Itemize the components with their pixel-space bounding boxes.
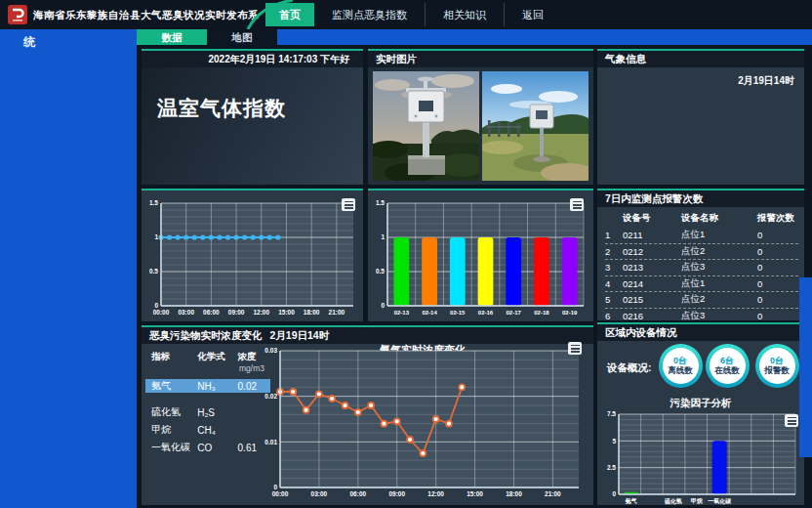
station-photo-dusk [373,71,479,181]
pollutant-row[interactable]: 硫化氢H₂S [145,405,270,419]
sidebar: 统 [0,29,137,508]
greeting-panel: 2022年2月19日 14:17:03 下午好 温室气体指数 [142,49,363,185]
svg-text:0.01: 0.01 [264,439,277,445]
col-device-name: 设备名称 [681,212,757,225]
alarm-table-rows: 10211点位1020212点位2030213点位3040214点位105021… [605,228,798,324]
pollutant-row[interactable]: 甲烷CH₄ [145,423,270,437]
tab-map[interactable]: 地图 [207,29,277,45]
stat-label: 报警数 [764,366,790,376]
nav-item-home[interactable]: 首页 [265,3,314,26]
svg-text:03:00: 03:00 [178,309,194,316]
pollutant-panel-header: 恶臭污染物实时浓度变化 2月19日14时 [142,327,593,344]
alarm-table-row: 40214点位10 [605,276,798,293]
svg-text:21:00: 21:00 [329,309,345,316]
stat-label: 在线数 [714,366,740,376]
alarm-count-panel: 7日内监测点报警次数 设备号 设备名称 报警次数 10211点位1020212点… [597,189,804,320]
svg-text:0: 0 [612,490,616,497]
alarm-table-row: 10211点位10 [605,228,798,244]
svg-text:00:00: 00:00 [272,490,289,497]
svg-text:02-14: 02-14 [422,310,437,316]
svg-text:18:00: 18:00 [304,309,320,316]
station-photo-field [482,71,589,181]
stat-label: 离线数 [668,366,693,376]
svg-text:02-19: 02-19 [562,310,578,316]
app-title-overflow: 统 [23,34,35,51]
nh3-trend-chart: 00.010.020.0300:0003:0006:0009:0012:0015… [255,343,590,501]
alarm-table-header: 设备号 设备名称 报警次数 [605,212,798,225]
alarm-table-row: 50215点位20 [605,292,798,309]
chart-menu-icon[interactable] [570,198,584,211]
top-bar: 海南省乐东黎族自治县大气恶臭状况实时发布系 首页监测点恶臭指数相关知识返回 [0,0,812,29]
svg-text:1.5: 1.5 [376,199,385,206]
pollution-factor-chart: 02.557.5氨气硫化氢甲烷一氧化碳 [601,410,800,505]
stat-circle-online: 6台在线数 [706,344,750,388]
col-alarm-count: 报警次数 [757,212,796,225]
svg-text:00:00: 00:00 [153,309,170,316]
svg-text:09:00: 09:00 [228,309,245,316]
nav-item-odor-index[interactable]: 监测点恶臭指数 [314,3,425,26]
daily-index-bar-chart: 00.511.502-1302-1402-1502-1602-1702-1802… [370,193,591,320]
svg-text:12:00: 12:00 [253,309,269,316]
alarm-table: 设备号 设备名称 报警次数 10211点位1020212点位2030213点位3… [605,212,798,324]
main-nav: 首页监测点恶臭指数相关知识返回 [265,3,561,26]
nav-item-knowledge[interactable]: 相关知识 [425,3,504,26]
svg-text:一氧化碳: 一氧化碳 [708,497,732,505]
alarm-panel-title: 7日内监测点报警次数 [597,190,804,207]
svg-text:1: 1 [381,233,385,240]
col-device-id: 设备号 [623,212,681,225]
svg-text:硫化氢: 硫化氢 [664,497,682,505]
alarm-table-row: 30213点位30 [605,260,798,276]
dashboard-screen: 海南省乐东黎族自治县大气恶臭状况实时发布系 首页监测点恶臭指数相关知识返回 统 … [0,0,812,508]
tab-data[interactable]: 数据 [137,29,207,45]
svg-text:甲烷: 甲烷 [691,497,703,504]
svg-text:0.02: 0.02 [264,393,277,400]
pollutant-timestamp: 2月19日14时 [270,329,330,343]
photos-panel-title: 实时图片 [368,51,593,67]
photos-body [368,67,593,185]
col-formula: 化学式 [197,351,237,363]
scrollbar-track[interactable] [799,277,812,457]
pollutant-panel: 恶臭污染物实时浓度变化 2月19日14时 指标 化学式 浓度 mg/m3 氨气N… [142,325,593,505]
datetime-text: 2022年2月19日 14:17:03 下午好 [142,51,363,67]
device-overview-label: 设备概况: [607,361,652,375]
svg-text:12:00: 12:00 [427,490,444,497]
svg-text:02-15: 02-15 [450,310,466,316]
svg-text:氨气: 氨气 [625,497,637,504]
svg-text:09:00: 09:00 [388,490,405,497]
pollutant-row[interactable]: 一氧化碳CO0.61 [145,441,270,454]
svg-text:2.5: 2.5 [607,464,616,471]
pollutant-table-header: 指标 化学式 浓度 [145,351,270,363]
brand-logo-icon [8,5,27,24]
realtime-photos-panel: 实时图片 [368,49,593,185]
greeting-body: 温室气体指数 [142,67,363,185]
chart-menu-icon[interactable] [785,414,798,427]
svg-text:06:00: 06:00 [203,309,220,316]
svg-text:0.03: 0.03 [264,347,277,354]
svg-text:02-17: 02-17 [507,310,522,316]
pollutant-row[interactable]: 氨气NH₃0.02 [145,379,270,393]
svg-text:02-13: 02-13 [394,310,410,316]
svg-text:06:00: 06:00 [350,490,367,497]
svg-text:0.5: 0.5 [376,268,385,275]
svg-text:18:00: 18:00 [506,490,522,497]
devices-panel-title: 区域内设备情况 [597,324,804,341]
pollutant-panel-title: 恶臭污染物实时浓度变化 [149,329,263,343]
greenhouse-index-headline: 温室气体指数 [157,95,286,122]
svg-text:0.5: 0.5 [149,268,158,275]
region-devices-panel: 区域内设备情况 设备概况: 0台离线数6台在线数0台报警数 污染因子分析 02.… [597,322,804,505]
nav-item-back[interactable]: 返回 [504,3,561,26]
stat-circle-alarm: 0台报警数 [755,344,799,388]
svg-text:1.5: 1.5 [149,199,158,206]
svg-text:15:00: 15:00 [467,490,483,497]
alarm-table-row: 20212点位20 [605,244,798,261]
svg-text:02-16: 02-16 [478,310,494,316]
svg-text:7.5: 7.5 [607,410,616,417]
svg-text:02-18: 02-18 [534,310,549,316]
svg-text:1: 1 [154,233,158,240]
svg-text:0: 0 [381,302,385,309]
chart-menu-icon[interactable] [342,198,355,211]
chart-menu-icon[interactable] [568,342,582,355]
pollutant-table: 指标 化学式 浓度 mg/m3 氨气NH₃0.02硫化氢H₂S甲烷CH₄一氧化碳… [145,347,270,458]
col-indicator: 指标 [151,351,197,363]
greenhouse-trend-chart: 00.511.500:0003:0006:0009:0012:0015:0018… [143,193,361,320]
